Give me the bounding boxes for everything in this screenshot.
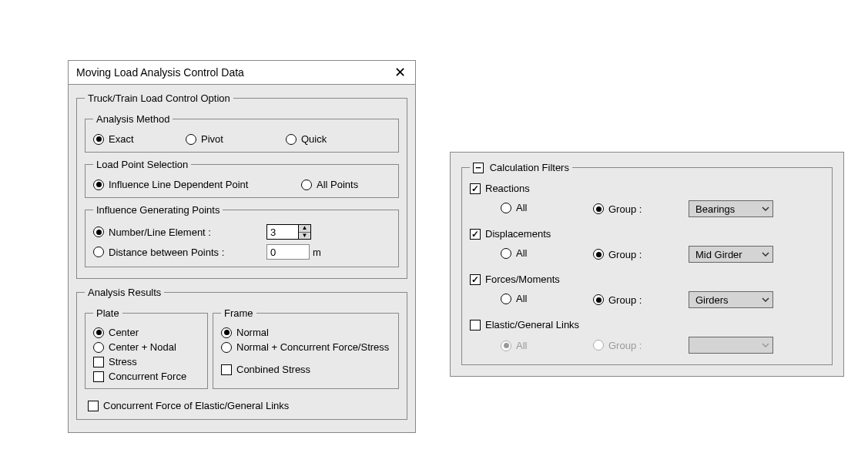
radio-displacements-group-label: Group :	[608, 249, 642, 260]
radio-icon	[593, 249, 604, 260]
radio-number-label: Number/Line Element :	[109, 226, 211, 238]
check-forces-moments-label: Forces/Moments	[485, 273, 560, 285]
check-reactions[interactable]: Reactions	[470, 183, 530, 194]
legend-igp: Influence Generating Points	[93, 204, 223, 216]
radio-icon	[93, 226, 104, 237]
check-elastic-general-links[interactable]: Elastic/General Links	[470, 319, 579, 331]
radio-icon	[93, 134, 104, 145]
fieldset-load-point-selection: Load Point Selection Influence Line Depe…	[85, 159, 399, 198]
number-line-element-input[interactable]: ▲ ▼	[266, 224, 311, 240]
spinner-control: ▲ ▼	[298, 225, 310, 239]
select-forces-group[interactable]: Girders	[689, 291, 773, 308]
check-forces-moments[interactable]: Forces/Moments	[470, 273, 560, 285]
legend-truck-train: Truck/Train Load Control Option	[85, 92, 233, 104]
check-elastic-general-links-label: Elastic/General Links	[485, 319, 579, 331]
radio-forces-all[interactable]: All	[501, 293, 527, 304]
radio-quick[interactable]: Quick	[286, 133, 327, 145]
radio-frame-normal-label: Normal	[236, 327, 269, 338]
radio-plate-center-label: Center	[109, 327, 139, 338]
check-concurrent-force-links[interactable]: Concurrent Force of Elastic/General Link…	[88, 400, 289, 411]
radio-displacements-group[interactable]: Group :	[593, 249, 642, 260]
check-plate-concurrent-force[interactable]: Concurrent Force	[93, 371, 199, 382]
legend-analysis-method: Analysis Method	[93, 113, 173, 125]
select-elastic-links-group	[689, 337, 773, 354]
distance-between-points-field[interactable]	[266, 244, 310, 260]
calculation-filters-label: Calculation Filters	[490, 162, 569, 173]
radio-icon	[221, 342, 232, 353]
calculation-filters-panel: − Calculation Filters Reactions All	[450, 152, 844, 377]
radio-forces-group[interactable]: Group :	[593, 294, 642, 306]
number-line-element-field[interactable]	[267, 225, 298, 239]
radio-icon	[593, 294, 604, 305]
fieldset-analysis-method: Analysis Method Exact Pivot Quick	[85, 113, 399, 153]
checkbox-icon	[93, 357, 104, 367]
check-frame-combined-stress-label: Conbined Stress	[236, 364, 310, 375]
check-displacements[interactable]: Displacements	[470, 228, 551, 240]
radio-elastic-links-all: All	[501, 340, 527, 351]
legend-frame: Frame	[221, 307, 256, 319]
radio-icon	[93, 247, 104, 257]
radio-reactions-all-label: All	[516, 202, 527, 213]
check-plate-concurrent-force-label: Concurrent Force	[109, 371, 186, 382]
radio-frame-normal-concurrent-label: Normal + Concurrent Force/Stress	[236, 341, 389, 353]
check-frame-combined-stress[interactable]: Conbined Stress	[221, 364, 390, 375]
select-displacements-value: Mid Girder	[695, 249, 742, 260]
radio-displacements-all[interactable]: All	[501, 247, 527, 259]
radio-all-points[interactable]: All Points	[301, 179, 358, 190]
radio-elastic-links-all-label: All	[516, 340, 527, 351]
radio-plate-center-nodal[interactable]: Center + Nodal	[93, 341, 199, 353]
radio-ildp[interactable]: Influence Line Dependent Point	[93, 179, 301, 190]
radio-pivot[interactable]: Pivot	[186, 133, 286, 145]
radio-pivot-label: Pivot	[201, 133, 223, 145]
radio-ildp-label: Influence Line Dependent Point	[109, 179, 248, 190]
checkbox-icon	[88, 401, 99, 411]
radio-icon	[593, 340, 604, 351]
radio-reactions-all[interactable]: All	[501, 202, 527, 213]
radio-exact-label: Exact	[109, 133, 134, 145]
fieldset-frame: Frame Normal Normal + Concurrent Force/S…	[213, 307, 399, 389]
radio-forces-all-label: All	[516, 293, 527, 304]
checkbox-icon	[470, 320, 481, 331]
select-forces-value: Girders	[695, 294, 729, 306]
fieldset-influence-generating-points: Influence Generating Points Number/Line …	[85, 204, 399, 267]
select-reactions-group[interactable]: Bearings	[689, 200, 773, 217]
radio-exact[interactable]: Exact	[93, 133, 186, 145]
moving-load-dialog: Moving Load Analysis Control Data ✕ Truc…	[68, 60, 416, 433]
radio-frame-normal[interactable]: Normal	[221, 327, 390, 338]
expand-collapse-icon[interactable]: −	[473, 163, 484, 173]
fieldset-analysis-results: Analysis Results Plate Center Center + N…	[76, 287, 407, 420]
chevron-down-icon	[762, 297, 769, 302]
legend-load-point-selection: Load Point Selection	[93, 159, 191, 170]
radio-distance-label: Distance between Points :	[109, 247, 224, 258]
checkbox-icon	[470, 229, 481, 240]
radio-elastic-links-group: Group :	[593, 340, 642, 351]
radio-reactions-group[interactable]: Group :	[593, 203, 642, 215]
spinner-down-icon[interactable]: ▼	[299, 233, 310, 240]
distance-unit: m	[313, 247, 321, 258]
check-displacements-label: Displacements	[485, 228, 551, 240]
checkbox-icon	[470, 183, 481, 194]
select-displacements-group[interactable]: Mid Girder	[689, 246, 773, 263]
close-icon[interactable]: ✕	[393, 65, 407, 79]
legend-analysis-results: Analysis Results	[85, 287, 164, 298]
fieldset-truck-train: Truck/Train Load Control Option Analysis…	[76, 92, 407, 279]
select-reactions-value: Bearings	[695, 203, 735, 215]
dialog-titlebar: Moving Load Analysis Control Data ✕	[69, 61, 415, 85]
radio-icon	[501, 248, 511, 259]
checkbox-icon	[470, 274, 481, 285]
dialog-title: Moving Load Analysis Control Data	[76, 66, 244, 79]
radio-icon	[93, 342, 104, 353]
checkbox-icon	[93, 371, 104, 382]
fieldset-plate: Plate Center Center + Nodal Stress	[85, 307, 208, 389]
radio-displacements-all-label: All	[516, 247, 527, 259]
check-plate-stress[interactable]: Stress	[93, 356, 199, 367]
radio-plate-center[interactable]: Center	[93, 327, 199, 338]
radio-number-line-element[interactable]: Number/Line Element :	[93, 226, 266, 238]
check-reactions-label: Reactions	[485, 183, 530, 194]
radio-reactions-group-label: Group :	[608, 203, 642, 215]
radio-frame-normal-concurrent[interactable]: Normal + Concurrent Force/Stress	[221, 341, 390, 353]
radio-all-points-label: All Points	[317, 179, 358, 190]
radio-distance-between-points[interactable]: Distance between Points :	[93, 247, 266, 258]
fieldset-calculation-filters: − Calculation Filters Reactions All	[461, 162, 833, 365]
check-concurrent-force-links-label: Concurrent Force of Elastic/General Link…	[103, 400, 289, 411]
